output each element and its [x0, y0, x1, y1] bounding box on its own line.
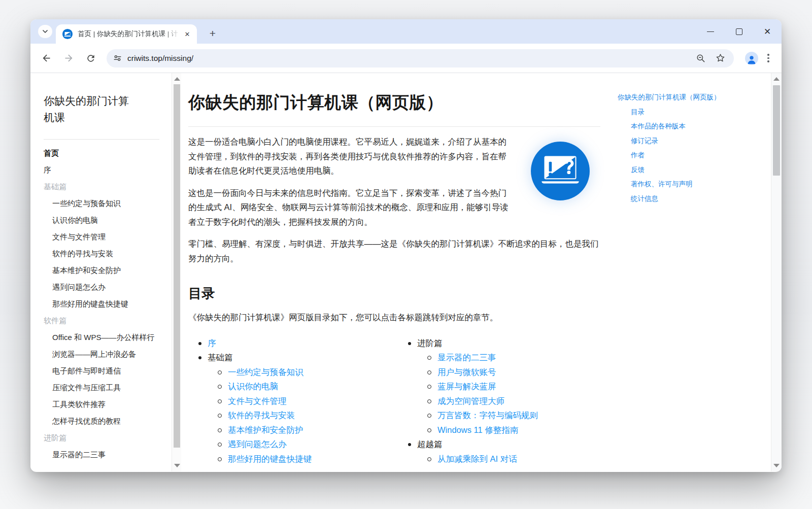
arrow-left-icon [41, 53, 52, 63]
page-toc-item[interactable]: 目录 [631, 105, 765, 120]
toc-link[interactable]: 那些好用的键盘快捷键 [228, 454, 312, 463]
sidebar-nav-item[interactable]: 电子邮件与即时通信 [52, 362, 161, 379]
toc-subitem: Windows 11 修整指南 [398, 423, 607, 437]
toc-item: 超越篇 [398, 437, 607, 452]
toc-subitem: 蓝屏与解决蓝屏 [398, 379, 607, 394]
toc-subitem: 用户与微软账号 [398, 365, 607, 380]
arrow-right-icon [63, 53, 74, 63]
toc-link[interactable]: 蓝屏与解决蓝屏 [437, 382, 496, 391]
kebab-icon [767, 54, 769, 56]
tab-close-icon[interactable]: ✕ [183, 29, 192, 39]
sidebar-site-title[interactable]: 你缺失的那门计算机课 [44, 92, 135, 126]
page-toc-item[interactable]: 本作品的各种版本 [631, 119, 765, 134]
page-toc-item[interactable]: 统计信息 [631, 192, 765, 207]
toc-subitem: 万言皆数：字符与编码规则 [398, 408, 607, 423]
sidebar-nav-item[interactable]: Office 和 WPS——办公样样行 [52, 329, 161, 346]
browser-menu-button[interactable] [763, 52, 773, 65]
sidebar-nav-item[interactable]: 一些约定与预备知识 [52, 195, 161, 212]
page-toc-item[interactable]: 作者 [631, 148, 765, 163]
toc-link[interactable]: Windows 11 修整指南 [437, 425, 518, 434]
browser-toolbar: criwits.top/missing/ [30, 44, 782, 73]
toc-link[interactable]: 成为空间管理大师 [437, 396, 504, 405]
sidebar-nav-item[interactable]: 浏览器——网上冲浪必备 [52, 346, 161, 362]
sidebar-nav-item[interactable]: 怎样寻找优质的教程 [52, 413, 161, 429]
toc-link[interactable]: 遇到问题怎么办 [228, 439, 287, 449]
browser-window: 首页 | 你缺失的那门计算机课 | 计 ✕ + ✕ criwits [30, 19, 782, 472]
toc-column-right: 进阶篇显示器的二三事用户与微软账号蓝屏与解决蓝屏成为空间管理大师万言皆数：字符与… [398, 336, 607, 466]
toc-link[interactable]: 一些约定与预备知识 [228, 367, 303, 377]
scroll-down-icon[interactable] [773, 464, 780, 467]
page-toc-title[interactable]: 你缺失的那门计算机课（网页版） [618, 90, 765, 105]
close-button[interactable]: ✕ [753, 19, 782, 44]
toc-link[interactable]: 文件与文件管理 [228, 396, 287, 405]
sidebar-nav-item[interactable]: 认识你的电脑 [52, 212, 161, 228]
sidebar-nav-item[interactable]: 首页 [44, 145, 153, 161]
chevron-down-icon [43, 29, 48, 34]
toc-link[interactable]: 显示器的二三事 [437, 353, 496, 362]
toc-column-left: 序基础篇一些约定与预备知识认识你的电脑文件与文件管理软件的寻找与安装基本维护和安… [188, 336, 398, 466]
site-favicon-icon [62, 28, 73, 40]
intro-paragraph: 零门槛、易理解、有深度，与时俱进、开放共享——这是《你缺失的那门计算机课》不断追… [188, 236, 603, 265]
sidebar-nav-item[interactable]: 软件的寻找与安装 [52, 245, 161, 262]
profile-avatar[interactable] [745, 52, 758, 65]
toc-intro: 《你缺失的那门计算机课》网页版目录如下，您可以点击各标题跳转到对应的章节。 [188, 310, 603, 325]
new-tab-button[interactable]: + [205, 26, 220, 41]
address-bar[interactable]: criwits.top/missing/ [107, 49, 734, 67]
toc-item: 基础篇 [188, 350, 398, 365]
toc-columns: 序基础篇一些约定与预备知识认识你的电脑文件与文件管理软件的寻找与安装基本维护和安… [188, 336, 607, 466]
site-sidebar: 你缺失的那门计算机课 首页序基础篇一些约定与预备知识认识你的电脑文件与文件管理软… [30, 73, 172, 471]
sidebar-nav-item[interactable]: 那些好用的键盘快捷键 [52, 295, 161, 312]
maximize-button[interactable] [725, 19, 753, 44]
zoom-button[interactable] [695, 53, 706, 64]
toc-subitem: 基本维护和安全防护 [188, 423, 398, 437]
page-toc-item[interactable]: 反馈 [631, 163, 765, 178]
forward-button[interactable] [60, 50, 77, 67]
title-divider [188, 126, 600, 127]
omnibox-actions [695, 53, 726, 64]
url-text[interactable]: criwits.top/missing/ [127, 54, 695, 63]
person-icon [746, 54, 757, 65]
toc-link[interactable]: 软件的寻找与安装 [228, 411, 295, 420]
toc-link[interactable]: 万言皆数：字符与编码规则 [437, 411, 538, 420]
toc-link[interactable]: 从加减乘除到 AI 对话 [437, 454, 517, 463]
main-scrollbar-thumb[interactable] [773, 85, 780, 176]
sidebar-nav-item[interactable]: 基本维护和安全防护 [52, 262, 161, 279]
intro-paragraph: 这是一份适合电脑小白入门的电脑使用课程。它平易近人，娓娓道来，介绍了从基本的文件… [188, 134, 511, 178]
site-info-icon[interactable] [113, 53, 122, 63]
toc-link[interactable]: 基本维护和安全防护 [228, 425, 303, 434]
sidebar-nav-item[interactable]: 显示器的二三事 [52, 446, 161, 463]
minimize-icon [707, 31, 714, 32]
toc-subitem: 成为空间管理大师 [398, 394, 607, 409]
sidebar-scrollbar-thumb[interactable] [174, 84, 180, 448]
star-outline-icon [715, 53, 726, 63]
page-toc-item[interactable]: 修订记录 [631, 134, 765, 149]
scroll-up-icon[interactable] [174, 77, 180, 81]
reload-button[interactable] [82, 50, 99, 67]
reload-icon [86, 53, 96, 63]
sidebar-nav-item[interactable]: 压缩文件与压缩工具 [52, 379, 161, 396]
toc-subitem: 那些好用的键盘快捷键 [188, 452, 398, 466]
scroll-up-icon[interactable] [773, 77, 780, 81]
sidebar-nav-item[interactable]: 工具类软件推荐 [52, 396, 161, 413]
sidebar-nav-item[interactable]: 序 [44, 161, 153, 178]
browser-tab[interactable]: 首页 | 你缺失的那门计算机课 | 计 ✕ [56, 24, 197, 44]
minimize-button[interactable] [696, 19, 725, 44]
toc-link[interactable]: 序 [208, 338, 216, 348]
sidebar-nav-item[interactable]: 文件与文件管理 [52, 228, 161, 245]
back-button[interactable] [38, 50, 55, 67]
toc-subitem: 认识你的电脑 [188, 379, 398, 394]
sidebar-scrollbar[interactable] [172, 73, 181, 471]
toc-link[interactable]: 认识你的电脑 [228, 382, 278, 391]
scroll-down-icon[interactable] [174, 464, 180, 467]
main-scrollbar[interactable] [771, 73, 782, 471]
toc-link[interactable]: 用户与微软账号 [437, 367, 496, 377]
sidebar-section-label: 进阶篇 [44, 429, 153, 446]
page-toc-item[interactable]: 著作权、许可与声明 [631, 177, 765, 192]
zoom-out-icon [696, 53, 706, 63]
desktop: { "browser": { "tab_title": "首页 | 你缺失的那门… [0, 0, 812, 509]
window-controls: ✕ [696, 19, 782, 44]
toc-heading: 目录 [188, 285, 607, 302]
sidebar-nav-item[interactable]: 遇到问题怎么办 [52, 279, 161, 295]
tab-search-button[interactable] [38, 25, 52, 38]
bookmark-button[interactable] [715, 53, 726, 64]
